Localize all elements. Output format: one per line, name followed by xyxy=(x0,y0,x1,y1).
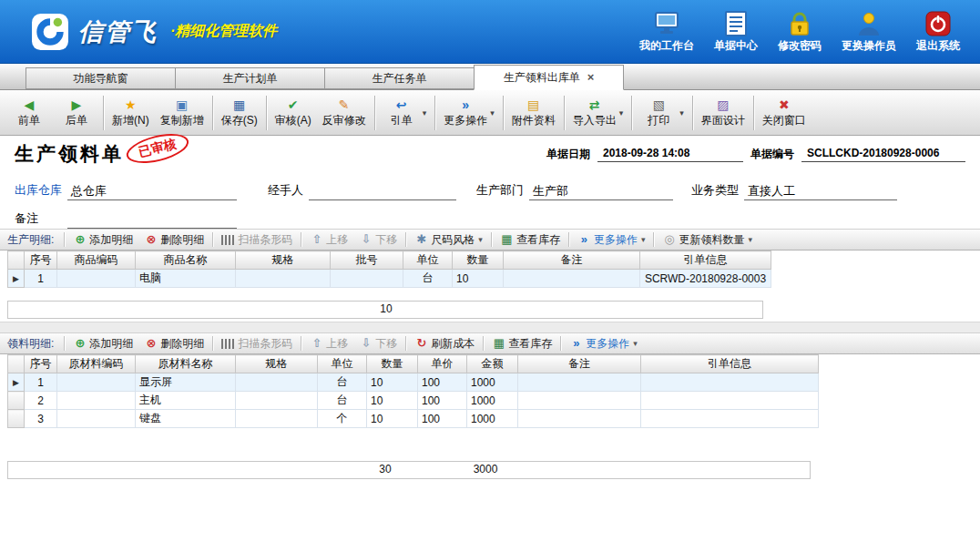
table-cell[interactable]: 1000 xyxy=(467,392,518,410)
table-row[interactable]: ▶1电脑台10SCRWD-20180928-0003 xyxy=(8,270,771,288)
toolbar-print-button[interactable]: ▧打印▾ xyxy=(635,95,689,131)
dropdown-caret-icon[interactable]: ▾ xyxy=(619,108,624,118)
column-header[interactable]: 商品名称 xyxy=(136,251,236,270)
detail2-delete-row-button[interactable]: ⊗删除明细 xyxy=(138,335,209,353)
table-cell[interactable]: 100 xyxy=(418,410,467,428)
table-cell[interactable] xyxy=(641,392,819,410)
row-selector-cell[interactable]: ▶ xyxy=(8,270,25,288)
column-header[interactable]: 序号 xyxy=(25,355,57,373)
topbar-action-workspace[interactable]: 我的工作台 xyxy=(639,9,694,54)
detail1-scan-barcode-button[interactable]: 扫描条形码 xyxy=(216,231,298,249)
table-cell[interactable]: 个 xyxy=(318,410,367,428)
warehouse-label[interactable]: 出库仓库 xyxy=(15,182,62,199)
table-cell[interactable] xyxy=(504,270,640,288)
toolbar-close-window-button[interactable]: ✖关闭窗口 xyxy=(757,95,812,131)
column-header[interactable]: 引单信息 xyxy=(640,251,771,270)
table-cell[interactable] xyxy=(236,270,331,288)
toolbar-audit-button[interactable]: ✔审核(A) xyxy=(270,95,317,131)
handler-field[interactable] xyxy=(309,183,456,200)
column-header[interactable]: 原材料编码 xyxy=(57,355,136,373)
column-header[interactable]: 原材料名称 xyxy=(136,355,236,373)
table-cell[interactable]: 1 xyxy=(25,373,57,392)
detail1-add-row-button[interactable]: ⊕添加明细 xyxy=(67,231,138,249)
detail2-move-down-button[interactable]: ⇩下移 xyxy=(353,335,403,353)
table-cell[interactable] xyxy=(518,392,641,410)
column-header[interactable]: 数量 xyxy=(453,251,504,270)
detail2-move-up-button[interactable]: ⇧上移 xyxy=(304,335,353,353)
table-cell[interactable]: 10 xyxy=(367,373,418,392)
column-header[interactable]: 商品编码 xyxy=(57,251,136,270)
detail1-more-button[interactable]: »更多操作▾ xyxy=(572,231,651,249)
table-cell[interactable]: 1000 xyxy=(467,410,518,428)
detail1-update-qty-button[interactable]: ◎更新领料数量▾ xyxy=(657,231,758,249)
column-header[interactable]: 序号 xyxy=(25,251,57,270)
dropdown-caret-icon[interactable]: ▾ xyxy=(748,235,752,244)
warehouse-field[interactable]: 总仓库 xyxy=(67,183,237,200)
topbar-action-change-password[interactable]: 修改密码 xyxy=(778,9,822,54)
table-cell[interactable]: 10 xyxy=(367,392,418,410)
column-header[interactable]: 引单信息 xyxy=(641,355,819,373)
dropdown-caret-icon[interactable]: ▾ xyxy=(423,108,427,118)
row-selector-cell[interactable] xyxy=(8,410,25,428)
table-row[interactable]: ▶1显示屏台101001000 xyxy=(8,373,819,392)
column-header[interactable]: 批号 xyxy=(331,251,403,270)
detail2-scan-barcode-button[interactable]: 扫描条形码 xyxy=(216,335,298,353)
toolbar-attachments-button[interactable]: ▤附件资料 xyxy=(506,95,561,131)
table-cell[interactable] xyxy=(57,410,136,428)
toolbar-copy-new-button[interactable]: ▣复制新增 xyxy=(155,95,209,131)
table-row[interactable]: 2主机台101001000 xyxy=(8,392,819,410)
table-cell[interactable]: 10 xyxy=(367,410,418,428)
table-cell[interactable]: 台 xyxy=(403,270,453,288)
remark-field[interactable] xyxy=(67,211,237,229)
detail2-add-row-button[interactable]: ⊕添加明细 xyxy=(67,335,138,353)
table-cell[interactable] xyxy=(331,270,403,288)
tab-2[interactable]: 生产任务单 xyxy=(324,67,475,89)
table-cell[interactable]: 3 xyxy=(25,410,57,428)
table-cell[interactable]: 电脑 xyxy=(136,270,236,288)
row-selector-cell[interactable]: ▶ xyxy=(8,373,25,392)
topbar-action-exit-system[interactable]: 退出系统 xyxy=(916,9,960,54)
dropdown-caret-icon[interactable]: ▾ xyxy=(633,339,638,348)
table-cell[interactable] xyxy=(57,392,136,410)
detail2-more-button[interactable]: »更多操作▾ xyxy=(564,335,643,353)
table-cell[interactable]: 台 xyxy=(318,373,367,392)
table-cell[interactable] xyxy=(236,373,318,392)
toolbar-ui-design-button[interactable]: ▨界面设计 xyxy=(696,95,750,131)
biztype-field[interactable]: 直接人工 xyxy=(744,183,897,200)
toolbar-next-doc-button[interactable]: ▶后单 xyxy=(53,95,100,131)
table-cell[interactable] xyxy=(57,373,136,392)
dropdown-caret-icon[interactable]: ▾ xyxy=(641,235,646,244)
table-cell[interactable]: 显示屏 xyxy=(136,373,236,392)
table-cell[interactable] xyxy=(641,410,819,428)
detail1-delete-row-button[interactable]: ⊗删除明细 xyxy=(138,231,209,249)
table-cell[interactable]: 主机 xyxy=(136,392,236,410)
column-header[interactable]: 单位 xyxy=(403,251,453,270)
table-cell[interactable]: SCRWD-20180928-0003 xyxy=(640,270,771,288)
dropdown-caret-icon[interactable]: ▾ xyxy=(679,108,684,118)
table-row[interactable]: 3键盘个101001000 xyxy=(8,410,819,428)
toolbar-reverse-audit-button[interactable]: ✎反审修改 xyxy=(317,95,372,131)
table-cell[interactable] xyxy=(236,410,318,428)
column-header[interactable]: 单位 xyxy=(318,355,367,373)
tab-3[interactable]: 生产领料出库单× xyxy=(474,65,624,90)
table-cell[interactable] xyxy=(57,270,136,288)
detail1-view-stock-button[interactable]: ▦查看库存 xyxy=(495,231,566,249)
toolbar-new-button[interactable]: ★新增(N) xyxy=(107,95,155,131)
column-header[interactable]: 备注 xyxy=(518,355,641,373)
toolbar-import-export-button[interactable]: ⇄导入导出▾ xyxy=(567,95,629,131)
column-header[interactable]: 规格 xyxy=(236,251,331,270)
table-cell[interactable] xyxy=(518,373,641,392)
doc-date-field[interactable]: 2018-09-28 14:08 xyxy=(597,147,743,162)
toolbar-more-actions-button[interactable]: »更多操作▾ xyxy=(438,95,500,131)
dropdown-caret-icon[interactable]: ▾ xyxy=(478,235,483,244)
detail1-size-style-button[interactable]: ✱尺码风格▾ xyxy=(409,231,488,249)
table-cell[interactable]: 100 xyxy=(418,392,467,410)
table-cell[interactable]: 1000 xyxy=(467,373,518,392)
dropdown-caret-icon[interactable]: ▾ xyxy=(490,108,495,118)
tab-1[interactable]: 生产计划单 xyxy=(175,67,325,89)
row-selector-cell[interactable] xyxy=(8,392,25,410)
toolbar-ref-doc-button[interactable]: ↩引单▾ xyxy=(378,95,433,131)
detail1-move-up-button[interactable]: ⇧上移 xyxy=(304,231,353,249)
table-cell[interactable] xyxy=(641,373,819,392)
detail1-move-down-button[interactable]: ⇩下移 xyxy=(353,231,403,249)
